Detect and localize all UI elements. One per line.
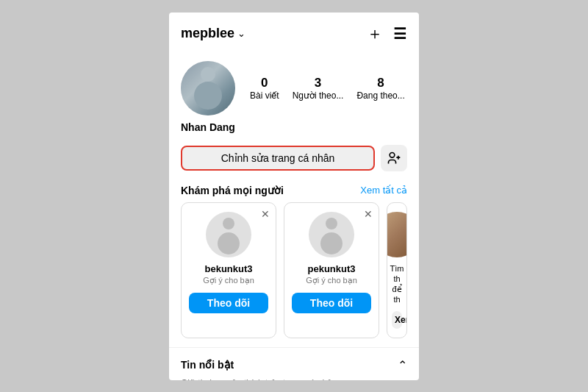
stats-container: 0 Bài viết 3 Người theo... 8 Đang theo..… [250,76,405,101]
card-avatar-1 [206,212,251,257]
news-subtitle: Giữ tin bạn yêu thích trên trang cá nhân [169,377,419,380]
view-button-3[interactable]: Xem [392,311,402,329]
stat-posts: 0 Bài viết [250,76,279,101]
follow-button-2[interactable]: Theo dõi [292,293,371,313]
card-username-1: bekunkut3 [204,263,252,274]
stat-followers: 3 Người theo... [293,76,344,101]
edit-profile-button[interactable]: Chỉnh sửa trang cá nhân [181,146,375,171]
card-avatar-2 [309,212,354,257]
discover-section-header: Khám phá mọi người Xem tất cả [169,177,419,202]
card-username-2: pekunkut3 [307,263,355,274]
profile-top: 0 Bài viết 3 Người theo... 8 Đang theo..… [181,61,407,115]
profile-section: 0 Bài viết 3 Người theo... 8 Đang theo..… [169,52,419,139]
phone-container: mepblee ⌄ ＋ ☰ 0 Bài viết 3 Người theo... [169,13,419,380]
edit-section: Chỉnh sửa trang cá nhân [169,139,419,177]
profile-display-name: Nhan Dang [181,121,407,133]
discover-people-icon[interactable] [381,145,407,171]
discover-cards-row: ✕ bekunkut3 Gợi ý cho bạn Theo dõi ✕ pek… [169,202,419,338]
discover-title: Khám phá mọi người [181,185,284,196]
view-all-link[interactable]: Xem tất cả [360,185,407,196]
followers-count: 3 [293,76,344,90]
chevron-up-icon[interactable]: ⌃ [398,358,407,372]
following-label: Đang theo... [356,90,404,101]
followers-label: Người theo... [293,90,344,101]
header-actions: ＋ ☰ [367,23,407,45]
person-card-3: Tìm th để th Xem [387,202,407,338]
news-section: Tin nổi bật ⌃ [169,347,419,377]
avatar [181,61,235,115]
avatar-image [181,61,235,115]
close-card-2-icon[interactable]: ✕ [364,209,373,219]
following-count: 8 [356,76,404,90]
person-card-1: ✕ bekunkut3 Gợi ý cho bạn Theo dõi [181,202,276,338]
chevron-down-icon: ⌄ [237,28,245,39]
person-card-2: ✕ pekunkut3 Gợi ý cho bạn Theo dõi [284,202,379,338]
close-card-1-icon[interactable]: ✕ [261,209,270,219]
follow-button-1[interactable]: Theo dõi [189,293,268,313]
svg-point-0 [390,152,395,157]
card-suggestion-1: Gợi ý cho bạn [203,276,254,285]
card-teaser-text: Tìm th để th [390,263,404,305]
add-post-icon[interactable]: ＋ [367,23,383,45]
posts-count: 0 [250,76,279,90]
stat-following: 8 Đang theo... [356,76,404,101]
username-label: mepblee [181,26,234,41]
posts-label: Bài viết [250,90,279,101]
header-title: mepblee ⌄ [181,26,245,41]
menu-icon[interactable]: ☰ [393,25,407,43]
header: mepblee ⌄ ＋ ☰ [169,13,419,52]
card-avatar-3 [387,212,407,257]
card-suggestion-2: Gợi ý cho bạn [306,276,357,285]
news-title: Tin nổi bật [181,359,234,371]
